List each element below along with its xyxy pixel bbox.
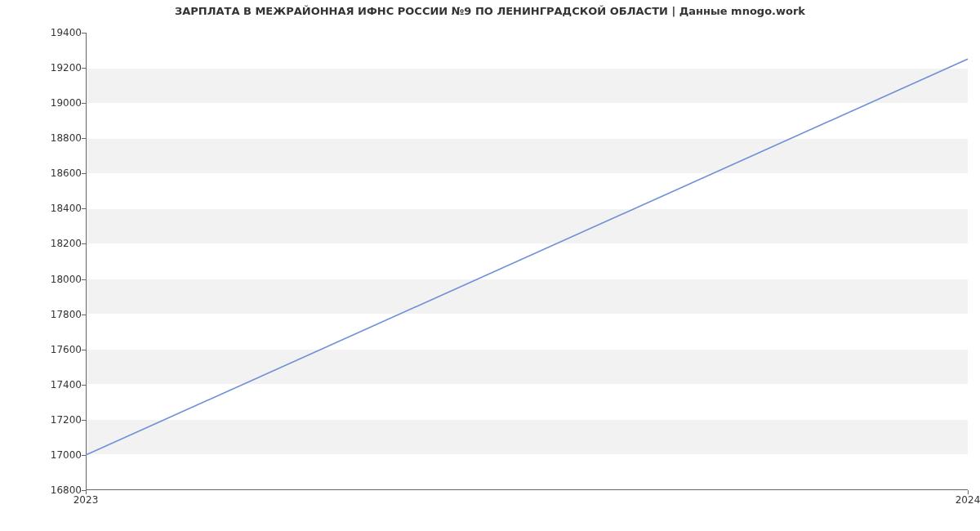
x-tick-label: 2023 — [74, 494, 99, 506]
y-tick-label: 17000 — [8, 449, 82, 461]
y-tick-mark — [82, 173, 86, 174]
chart-container: ЗАРПЛАТА В МЕЖРАЙОННАЯ ИФНС РОССИИ №9 ПО… — [0, 0, 980, 531]
y-tick-label: 18800 — [8, 132, 82, 144]
y-tick-mark — [82, 420, 86, 421]
y-tick-label: 18400 — [8, 203, 82, 214]
y-tick-mark — [82, 138, 86, 139]
y-tick-mark — [82, 68, 86, 69]
line-layer — [86, 33, 968, 490]
y-tick-mark — [82, 350, 86, 350]
y-tick-label: 17200 — [8, 414, 82, 426]
y-tick-label: 17800 — [8, 309, 82, 320]
y-tick-mark — [82, 315, 86, 315]
y-tick-label: 18600 — [8, 167, 82, 179]
y-tick-label: 19400 — [8, 27, 82, 38]
y-tick-label: 16800 — [8, 484, 82, 496]
y-tick-label: 17600 — [8, 344, 82, 355]
y-tick-mark — [82, 103, 86, 104]
y-tick-mark — [82, 208, 86, 209]
data-line — [86, 59, 968, 455]
y-tick-mark — [82, 243, 86, 244]
y-tick-label: 19000 — [8, 97, 82, 109]
y-tick-label: 19200 — [8, 62, 82, 74]
y-tick-label: 17400 — [8, 379, 82, 390]
y-tick-mark — [82, 279, 86, 280]
y-tick-mark — [82, 455, 86, 456]
x-tick-label: 2024 — [956, 494, 980, 506]
y-tick-label: 18200 — [8, 238, 82, 249]
chart-title: ЗАРПЛАТА В МЕЖРАЙОННАЯ ИФНС РОССИИ №9 ПО… — [0, 5, 980, 17]
y-tick-mark — [82, 33, 86, 33]
y-tick-label: 18000 — [8, 274, 82, 285]
y-tick-mark — [82, 385, 86, 386]
